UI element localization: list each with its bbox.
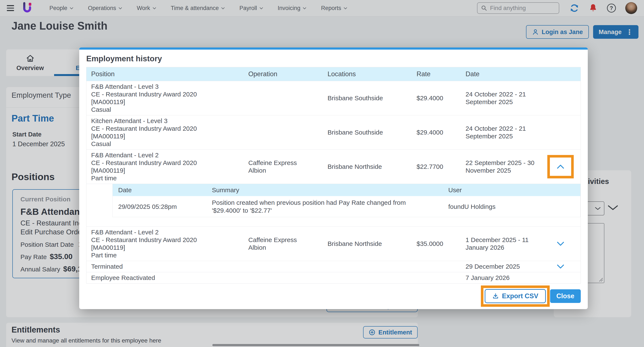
position-name: Kitchen Attendant - Level 3 — [91, 117, 244, 125]
position-cell: F&B Attendant - Level 2 CE - Restaurant … — [86, 151, 244, 182]
rate-cell: $35.0000 — [412, 240, 461, 248]
position-name: F&B Attendant - Level 2 — [91, 228, 244, 236]
table-row: F&B Attendant - Level 2 CE - Restaurant … — [86, 149, 580, 184]
rate-cell: $29.4000 — [412, 129, 461, 136]
column-header-position: Position — [86, 70, 244, 78]
employment-history-modal: Employment history Position Operation Lo… — [79, 47, 588, 309]
table-header-row: Position Operation Locations Rate Date — [86, 67, 580, 81]
position-cell: F&B Attendant - Level 2 CE - Restaurant … — [86, 228, 244, 259]
date-cell: 24 October 2022 - 21 September 2025 — [461, 90, 540, 106]
column-header-rate: Rate — [412, 70, 461, 78]
position-cell: F&B Attendant - Level 3 CE - Restaurant … — [86, 83, 244, 113]
chevron-up-icon — [557, 165, 564, 169]
column-header-date: Date — [113, 186, 206, 194]
column-header-user: User — [443, 186, 580, 194]
position-name: F&B Attendant - Level 2 — [91, 151, 244, 159]
position-audit-table: Date Summary User 29/09/2025 05:28pm Pos… — [112, 184, 580, 217]
export-csv-button[interactable]: Export CSV — [485, 289, 546, 303]
location-cell: Brisbane Northside — [323, 240, 412, 248]
column-header-date: Date — [461, 70, 540, 78]
table-row: F&B Attendant - Level 3 CE - Restaurant … — [86, 81, 580, 115]
modal-footer: Export CSV Close — [86, 289, 581, 303]
employment-history-table: Position Operation Locations Rate Date F… — [86, 67, 581, 284]
operation-cell: Caffeine Express Albion — [244, 159, 308, 174]
export-csv-label: Export CSV — [502, 292, 538, 300]
chevron-down-icon — [557, 264, 564, 269]
date-cell: 7 January 2026 — [461, 274, 540, 282]
location-cell: Brisbane Southside — [323, 94, 412, 102]
rate-cell: $29.4000 — [412, 94, 461, 102]
table-row: F&B Attendant - Level 2 CE - Restaurant … — [86, 227, 580, 261]
modal-title: Employment history — [86, 54, 581, 63]
column-header-locations: Locations — [323, 70, 412, 78]
status-cell: Terminated — [86, 263, 244, 270]
download-icon — [492, 293, 499, 300]
close-button[interactable]: Close — [550, 289, 581, 303]
date-cell: 22 September 2025 - 30 November 2025 — [461, 159, 540, 174]
position-name: F&B Attendant - Level 3 — [91, 83, 244, 90]
column-header-summary: Summary — [206, 186, 443, 194]
rate-cell: $22.7700 — [412, 163, 461, 171]
audit-date: 29/09/2025 05:28pm — [113, 203, 206, 211]
employment-type: Casual — [91, 140, 244, 148]
employment-type: Part time — [91, 174, 244, 182]
table-row: Kitchen Attendant - Level 3 CE - Restaur… — [86, 115, 580, 149]
location-cell: Brisbane Southside — [323, 129, 412, 136]
table-row: Employee Reactivated 7 January 2026 — [86, 272, 580, 283]
position-award: CE - Restaurant Industry Award 2020 [MA0… — [91, 236, 206, 251]
date-cell: 1 December 2025 - 11 January 2026 — [461, 236, 540, 251]
audit-row: 29/09/2025 05:28pm Position created when… — [113, 196, 580, 217]
status-cell: Employee Reactivated — [86, 274, 244, 282]
employment-type: Casual — [91, 106, 244, 113]
expand-history-chevron[interactable] — [556, 240, 565, 247]
audit-summary: Position created when previous position … — [206, 199, 436, 214]
position-award: CE - Restaurant Industry Award 2020 [MA0… — [91, 159, 206, 174]
position-award: CE - Restaurant Industry Award 2020 [MA0… — [91, 125, 206, 140]
chevron-down-icon — [557, 242, 564, 246]
expand-history-chevron[interactable] — [556, 263, 565, 270]
table-row: Terminated 29 December 2025 — [86, 261, 580, 272]
column-header-operation: Operation — [244, 70, 323, 78]
collapse-history-chevron[interactable] — [556, 163, 565, 170]
audit-header-row: Date Summary User — [113, 184, 580, 196]
employment-type: Part time — [91, 251, 244, 259]
operation-cell: Caffeine Express Albion — [244, 236, 308, 251]
date-cell: 24 October 2022 - 21 September 2025 — [461, 125, 540, 140]
position-award: CE - Restaurant Industry Award 2020 [MA0… — [91, 90, 206, 106]
date-cell: 29 December 2025 — [461, 263, 540, 270]
location-cell: Brisbane Northside — [323, 163, 412, 171]
audit-user: foundU Holdings — [443, 203, 580, 211]
position-history-expanded: Date Summary User 29/09/2025 05:28pm Pos… — [86, 184, 580, 227]
position-cell: Kitchen Attendant - Level 3 CE - Restaur… — [86, 117, 244, 148]
